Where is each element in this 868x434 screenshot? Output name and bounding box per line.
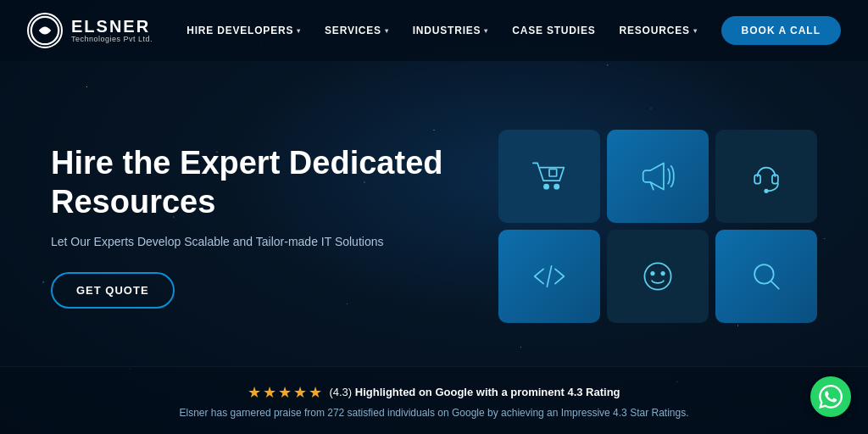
cart-icon — [527, 154, 571, 198]
rating-text: (4.3) Highlighted on Google with a promi… — [329, 386, 620, 398]
icon-card-ux — [607, 230, 709, 323]
rating-subtext: Elsner has garnered praise from 272 sati… — [180, 407, 689, 419]
svg-point-8 — [651, 272, 654, 275]
rating-row: ★ ★ ★ ★ ★ (4.3) Highlighted on Google wi… — [248, 383, 620, 402]
icon-card-support — [715, 130, 817, 223]
hero-section: Hire the Expert Dedicated Resources Let … — [0, 61, 868, 366]
logo: ELSNER Technologies Pvt Ltd. — [27, 13, 153, 48]
chevron-down-icon: ▾ — [297, 27, 301, 35]
book-call-button[interactable]: BOOK A CALL — [721, 16, 841, 45]
icon-card-ecommerce — [498, 130, 600, 223]
nav-item-case-studies[interactable]: CASE STUDIES — [512, 25, 595, 36]
svg-point-1 — [544, 185, 548, 189]
chevron-down-icon: ▾ — [484, 27, 488, 35]
svg-point-6 — [765, 190, 767, 192]
chevron-down-icon: ▾ — [385, 27, 389, 35]
icon-card-seo — [715, 230, 817, 323]
hero-title: Hire the Expert Dedicated Resources — [51, 144, 458, 221]
logo-text: ELSNER Technologies Pvt Ltd. — [71, 17, 153, 44]
whatsapp-button[interactable] — [810, 376, 851, 417]
svg-point-10 — [754, 264, 774, 284]
code-icon — [527, 254, 571, 298]
headset-icon — [744, 154, 788, 198]
logo-icon — [27, 13, 63, 48]
icon-card-development — [498, 230, 600, 323]
nav-links: HIRE DEVELOPERS ▾ SERVICES ▾ INDUSTRIES … — [186, 16, 841, 45]
whatsapp-icon — [819, 385, 843, 409]
svg-point-9 — [661, 272, 664, 275]
star-1: ★ — [248, 383, 261, 402]
hero-left: Hire the Expert Dedicated Resources Let … — [51, 144, 458, 309]
svg-point-2 — [554, 185, 559, 189]
chevron-down-icon: ▾ — [693, 27, 698, 35]
navbar: ELSNER Technologies Pvt Ltd. HIRE DEVELO… — [0, 0, 868, 61]
icon-card-marketing — [607, 130, 709, 223]
svg-rect-3 — [549, 169, 557, 176]
nav-item-resources[interactable]: RESOURCES ▾ — [620, 25, 698, 36]
search-icon — [744, 254, 788, 298]
nav-item-industries[interactable]: INDUSTRIES ▾ — [413, 25, 489, 36]
megaphone-icon — [636, 154, 680, 198]
star-5: ★ — [309, 383, 322, 402]
star-rating: ★ ★ ★ ★ ★ — [248, 383, 322, 402]
star-3: ★ — [278, 383, 292, 402]
emoji-icon — [636, 254, 680, 298]
star-4: ★ — [293, 383, 307, 402]
icon-grid — [498, 130, 817, 323]
get-quote-button[interactable]: GET QUOTE — [51, 272, 175, 309]
hero-subtitle: Let Our Experts Develop Scalable and Tai… — [51, 235, 458, 248]
nav-item-services[interactable]: SERVICES ▾ — [325, 25, 389, 36]
star-2: ★ — [263, 383, 276, 402]
bottom-bar: ★ ★ ★ ★ ★ (4.3) Highlighted on Google wi… — [0, 366, 868, 434]
svg-point-7 — [644, 263, 670, 289]
nav-item-hire-developers[interactable]: HIRE DEVELOPERS ▾ — [186, 25, 301, 36]
